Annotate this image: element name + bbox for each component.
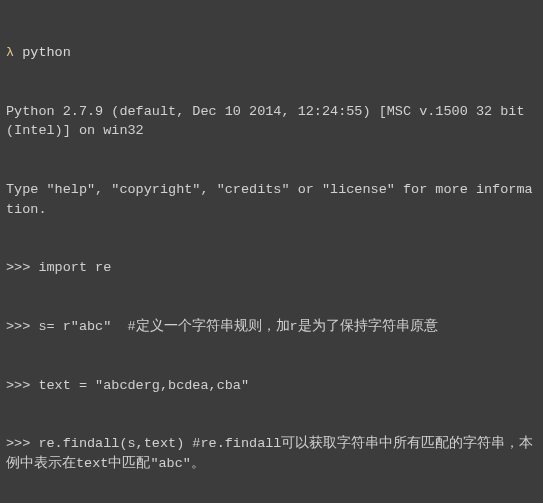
output-line: Type "help", "copyright", "credits" or "… bbox=[6, 180, 537, 219]
output-line: >>> re.findall(s,text) #re.findall可以获取字符… bbox=[6, 434, 537, 473]
output-line: >>> text = "abcderg,bcdea,cba" bbox=[6, 376, 537, 396]
lambda-prompt: λ bbox=[6, 45, 14, 60]
prompt-command: python bbox=[22, 45, 71, 60]
output-line: >>> import re bbox=[6, 258, 537, 278]
prompt-line: λ python bbox=[6, 43, 537, 63]
terminal-output: λ python Python 2.7.9 (default, Dec 10 2… bbox=[0, 0, 543, 503]
output-line: >>> s= r"abc" #定义一个字符串规则，加r是为了保持字符串原意 bbox=[6, 317, 537, 337]
output-line: Python 2.7.9 (default, Dec 10 2014, 12:2… bbox=[6, 102, 537, 141]
